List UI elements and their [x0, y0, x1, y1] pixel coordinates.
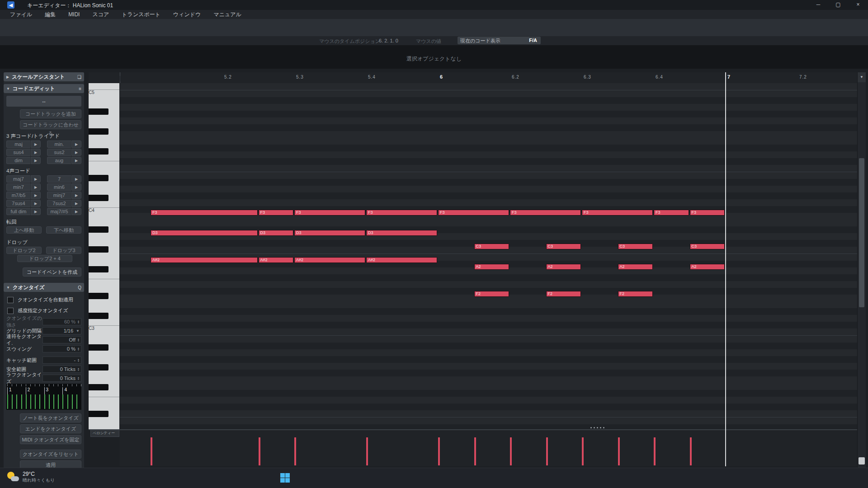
midi-note[interactable]: A2: [690, 264, 725, 270]
midi-note[interactable]: F3: [438, 210, 509, 216]
quantize-action-button[interactable]: エンドをクオンタイズ: [20, 424, 81, 433]
scroll-top-button[interactable]: ▼: [858, 72, 866, 82]
tetrad-chord-button[interactable]: minj7▶: [47, 192, 81, 199]
stepper-icon[interactable]: ▲▼: [77, 367, 80, 371]
splitter-handle-dot[interactable]: [590, 427, 592, 428]
chord-type-label[interactable]: dim: [6, 157, 30, 164]
midi-note[interactable]: F3: [510, 210, 581, 216]
piano-key[interactable]: [89, 233, 119, 239]
piano-key[interactable]: [89, 115, 119, 122]
triad-chord-button[interactable]: dim▶: [6, 157, 41, 164]
midi-note[interactable]: A#2: [366, 257, 437, 263]
iterative-quantize-checkbox[interactable]: 感度指定クオンタイズ: [7, 307, 81, 314]
piano-key-black[interactable]: [89, 195, 108, 201]
triad-chord-button[interactable]: sus2▶: [47, 149, 81, 156]
piano-key[interactable]: [89, 259, 119, 266]
match-chord-track-button[interactable]: コードトラックに合わせる: [20, 120, 81, 129]
piano-key[interactable]: [89, 122, 119, 128]
midi-note[interactable]: F2: [474, 291, 509, 297]
chord-type-label[interactable]: sus4: [6, 149, 30, 156]
chord-type-label[interactable]: 7sus4: [6, 200, 30, 207]
section-scale-assistant[interactable]: ▶スケールアシスタント❏: [4, 72, 84, 81]
chord-tension-arrow-icon[interactable]: ▶: [31, 200, 41, 207]
piano-key[interactable]: [89, 424, 119, 429]
chord-type-label[interactable]: min6: [47, 183, 71, 191]
velocity-bar[interactable]: [294, 437, 296, 465]
tetrad-chord-button[interactable]: 7▶: [47, 175, 81, 183]
piano-key[interactable]: [89, 338, 119, 344]
piano-key[interactable]: [89, 351, 119, 357]
midi-note[interactable]: F3: [654, 210, 689, 216]
midi-note[interactable]: F2: [618, 291, 653, 297]
midi-note[interactable]: D3: [366, 230, 437, 236]
weather-icon[interactable]: [6, 471, 20, 484]
section-menu-icon[interactable]: ≡: [79, 86, 81, 91]
vertical-scrollbar[interactable]: ▼: [857, 72, 866, 468]
velocity-bar[interactable]: [546, 437, 548, 465]
chord-type-label[interactable]: aug: [47, 157, 71, 164]
midi-note[interactable]: D3: [294, 230, 365, 236]
piano-key[interactable]: [89, 155, 119, 161]
midi-note[interactable]: D3: [151, 230, 258, 236]
chord-type-label[interactable]: maj7/#5: [47, 208, 71, 215]
quantize-action-button[interactable]: ノート長をクオンタイズ: [20, 413, 81, 422]
section-chord-edit[interactable]: ▼コードエディット≡: [4, 84, 84, 93]
midi-note[interactable]: C3: [474, 244, 509, 249]
triad-chord-button[interactable]: sus4▶: [6, 149, 41, 156]
piano-key[interactable]: [89, 188, 119, 195]
triad-chord-button[interactable]: maj▶: [6, 141, 41, 148]
drop-2-4-button[interactable]: ドロップ2 + 4: [17, 255, 72, 262]
tetrad-chord-button[interactable]: maj7/#5▶: [47, 208, 81, 215]
stepper-icon[interactable]: ▲▼: [77, 320, 80, 324]
piano-key[interactable]: [89, 161, 119, 168]
chord-type-label[interactable]: 7: [47, 175, 71, 183]
piano-key[interactable]: [89, 357, 119, 364]
chord-tension-arrow-icon[interactable]: ▶: [71, 157, 81, 164]
chord-type-label[interactable]: maj: [6, 141, 30, 148]
triad-chord-button[interactable]: min.▶: [47, 141, 81, 148]
chord-tension-arrow-icon[interactable]: ▶: [31, 149, 41, 156]
tetrad-chord-button[interactable]: min7▶: [6, 183, 41, 191]
piano-key[interactable]: [89, 168, 119, 175]
piano-key[interactable]: [89, 213, 119, 220]
param-field[interactable]: 1/16▼: [42, 327, 81, 334]
create-chord-event-button[interactable]: コードイベントを作成: [23, 267, 81, 277]
chord-type-label[interactable]: min.: [47, 141, 71, 148]
tetrad-chord-button[interactable]: full dim▶: [6, 208, 41, 215]
midi-note[interactable]: A2: [474, 264, 509, 270]
piano-key[interactable]: [89, 286, 119, 293]
menu-item[interactable]: スコア: [92, 10, 109, 19]
dropdown-arrow-icon[interactable]: ▼: [76, 329, 80, 333]
piano-key[interactable]: [89, 377, 119, 384]
piano-key[interactable]: [89, 272, 119, 279]
chord-tension-arrow-icon[interactable]: ▶: [31, 183, 41, 191]
stepper-icon[interactable]: ▲▼: [77, 358, 80, 362]
velocity-bar[interactable]: [259, 437, 260, 465]
section-quantize[interactable]: ▼クオンタイズQ: [4, 283, 84, 292]
quantize-apply-button[interactable]: 適用: [20, 460, 81, 468]
chord-tension-arrow-icon[interactable]: ▶: [71, 192, 81, 199]
checkbox[interactable]: [7, 308, 14, 314]
piano-key[interactable]: [89, 397, 119, 404]
chord-type-label[interactable]: sus2: [47, 149, 71, 156]
midi-note[interactable]: A#2: [151, 257, 258, 263]
piano-key[interactable]: [89, 331, 119, 338]
midi-note[interactable]: F2: [546, 291, 581, 297]
maximize-button[interactable]: ▢: [828, 0, 848, 10]
chord-tension-arrow-icon[interactable]: ▶: [71, 208, 81, 215]
piano-key-black[interactable]: [89, 266, 108, 272]
midi-note[interactable]: C3: [546, 244, 581, 249]
piano-key-black[interactable]: [89, 384, 108, 390]
tetrad-chord-button[interactable]: maj7▶: [6, 175, 41, 183]
piano-key-black[interactable]: [89, 108, 108, 115]
piano-key[interactable]: [89, 371, 119, 377]
tetrad-chord-button[interactable]: min6▶: [47, 183, 81, 191]
piano-key[interactable]: [89, 279, 119, 286]
inversion-button[interactable]: 上へ移動: [6, 226, 42, 234]
chord-type-label[interactable]: full dim: [6, 208, 30, 215]
param-field[interactable]: Off▲▼: [42, 336, 81, 343]
chord-tension-arrow-icon[interactable]: ▶: [71, 141, 81, 148]
windows-start-icon[interactable]: [280, 473, 290, 483]
piano-key[interactable]: [89, 102, 119, 108]
zoom-corner-button[interactable]: [859, 457, 865, 465]
